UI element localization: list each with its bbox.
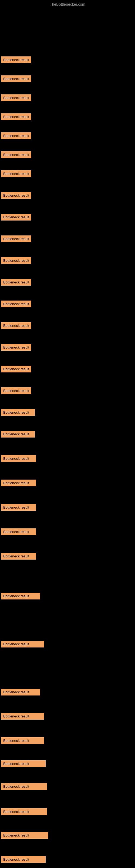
- bottleneck-result-item: Bottleneck result: [1, 455, 36, 462]
- bottleneck-result-item: Bottleneck result: [1, 783, 47, 790]
- bottleneck-result-item: Bottleneck result: [1, 593, 40, 599]
- bottleneck-result-item: Bottleneck result: [1, 75, 31, 82]
- bottleneck-result-item: Bottleneck result: [1, 113, 31, 120]
- bottleneck-result-item: Bottleneck result: [1, 170, 31, 177]
- bottleneck-result-item: Bottleneck result: [1, 409, 35, 416]
- bottleneck-result-item: Bottleneck result: [1, 713, 44, 720]
- bottleneck-result-item: Bottleneck result: [1, 214, 31, 220]
- bottleneck-result-item: Bottleneck result: [1, 504, 36, 511]
- site-title: TheBottlenecker.com: [0, 0, 135, 8]
- bottleneck-result-item: Bottleneck result: [1, 279, 31, 286]
- bottleneck-result-item: Bottleneck result: [1, 760, 46, 767]
- bottleneck-result-item: Bottleneck result: [1, 151, 31, 158]
- bottleneck-result-item: Bottleneck result: [1, 528, 36, 535]
- bottleneck-result-item: Bottleneck result: [1, 431, 35, 437]
- bottleneck-result-item: Bottleneck result: [1, 641, 44, 648]
- bottleneck-result-item: Bottleneck result: [1, 301, 31, 307]
- bottleneck-result-item: Bottleneck result: [1, 808, 47, 815]
- bottleneck-result-item: Bottleneck result: [1, 479, 36, 486]
- bottleneck-result-item: Bottleneck result: [1, 856, 46, 863]
- bottleneck-result-item: Bottleneck result: [1, 236, 31, 242]
- bottleneck-result-item: Bottleneck result: [1, 737, 44, 744]
- bottleneck-result-item: Bottleneck result: [1, 388, 31, 394]
- bottleneck-result-item: Bottleneck result: [1, 192, 31, 199]
- bottleneck-result-item: Bottleneck result: [1, 689, 40, 695]
- bottleneck-result-item: Bottleneck result: [1, 56, 31, 63]
- bottleneck-result-item: Bottleneck result: [1, 344, 31, 351]
- bottleneck-result-item: Bottleneck result: [1, 257, 31, 264]
- bottleneck-result-item: Bottleneck result: [1, 322, 31, 329]
- bottleneck-result-item: Bottleneck result: [1, 553, 36, 560]
- bottleneck-result-item: Bottleneck result: [1, 366, 31, 372]
- bottleneck-result-item: Bottleneck result: [1, 132, 31, 139]
- bottleneck-result-item: Bottleneck result: [1, 94, 31, 101]
- bottleneck-result-item: Bottleneck result: [1, 832, 48, 839]
